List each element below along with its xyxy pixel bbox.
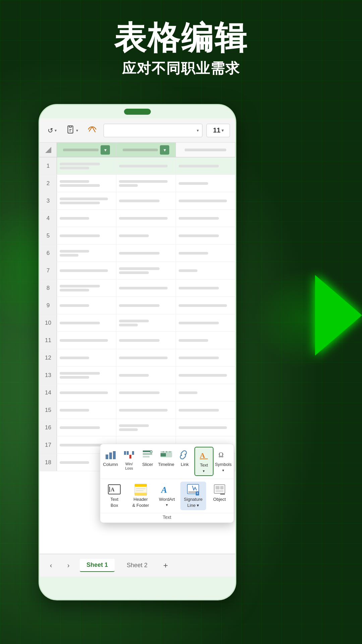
popup-bottom-row: A Text Box	[100, 479, 234, 513]
data-cell[interactable]	[116, 349, 176, 366]
popup-item-symbols[interactable]: Ω Symbols ▾	[214, 447, 232, 476]
undo-button[interactable]: ↺ ▾	[45, 124, 59, 137]
popup-item-object[interactable]: Object	[207, 482, 232, 510]
slicer-label: Slicer	[142, 462, 153, 467]
row-number: 9	[40, 297, 57, 314]
data-cell[interactable]	[176, 367, 235, 384]
popup-item-link[interactable]: Link	[176, 447, 193, 476]
data-cell[interactable]	[116, 419, 176, 436]
data-cell[interactable]	[116, 175, 176, 192]
data-cell[interactable]	[57, 245, 116, 262]
svg-text:A: A	[200, 451, 205, 460]
row-number: 8	[40, 279, 57, 297]
svg-rect-33	[196, 491, 199, 495]
add-sheet-button[interactable]: +	[160, 559, 172, 572]
popup-item-wordart[interactable]: A WordArt ▾	[154, 482, 180, 510]
data-cell[interactable]	[176, 227, 235, 244]
dropdown-btn-2[interactable]: ▾	[160, 145, 169, 155]
data-cell[interactable]	[57, 367, 116, 384]
table-row: 3	[40, 192, 235, 210]
data-cell[interactable]	[116, 332, 176, 349]
data-cell[interactable]	[176, 314, 235, 331]
paint-button[interactable]	[85, 123, 100, 138]
data-cell[interactable]	[57, 332, 116, 349]
nav-next-button[interactable]: ›	[62, 559, 74, 572]
font-size-button[interactable]: 11 ▾	[206, 124, 230, 137]
data-cell[interactable]	[176, 210, 235, 227]
popup-item-signature-line[interactable]: Signature Line ▾	[180, 482, 206, 510]
data-cell[interactable]	[176, 175, 235, 192]
data-cell[interactable]	[57, 157, 116, 174]
signature-line-label2: Line ▾	[187, 503, 199, 508]
popup-item-text[interactable]: A Text ▾	[194, 447, 214, 476]
win-loss-label: Win/Loss	[125, 462, 133, 471]
data-cell[interactable]	[176, 349, 235, 366]
dropdown-btn-1[interactable]: ▾	[101, 145, 110, 155]
popup-item-timeline[interactable]: Timeline	[157, 447, 175, 476]
data-cell[interactable]	[176, 157, 235, 174]
nav-prev-button[interactable]: ‹	[45, 559, 57, 572]
data-cell[interactable]	[116, 192, 176, 209]
data-cell[interactable]	[57, 349, 116, 366]
data-cell[interactable]	[57, 227, 116, 244]
column-icon	[104, 449, 118, 461]
data-cell[interactable]	[176, 245, 235, 262]
signature-line-icon	[186, 484, 200, 496]
slicer-icon	[140, 449, 155, 461]
data-cell[interactable]	[57, 175, 116, 192]
data-cell[interactable]	[57, 192, 116, 209]
sheet-tab-1[interactable]: Sheet 1	[80, 559, 115, 572]
header-footer-label2: & Footer	[132, 503, 149, 508]
data-cell[interactable]	[116, 367, 176, 384]
data-cell[interactable]	[116, 401, 176, 419]
data-cell[interactable]	[116, 227, 176, 244]
svg-text:Ω: Ω	[219, 451, 224, 459]
data-cell[interactable]	[57, 314, 116, 331]
data-cell[interactable]	[176, 332, 235, 349]
data-cell[interactable]	[116, 245, 176, 262]
data-cell[interactable]	[57, 262, 116, 279]
text-icon: A	[197, 449, 211, 462]
popup-item-win-loss[interactable]: Win/Loss	[120, 447, 138, 476]
svg-rect-29	[135, 493, 147, 495]
data-cell[interactable]	[57, 401, 116, 419]
data-cell[interactable]	[57, 210, 116, 227]
table-row: 1	[40, 157, 235, 175]
data-cell[interactable]	[57, 297, 116, 314]
data-cell[interactable]	[176, 419, 235, 436]
text-box-label: Text	[110, 497, 118, 502]
popup-item-text-box[interactable]: A Text Box	[102, 482, 127, 510]
data-cell[interactable]	[116, 297, 176, 314]
text-box-icon: A	[107, 484, 121, 496]
popup-item-column[interactable]: Column	[102, 447, 119, 476]
popup-item-slicer[interactable]: Slicer	[139, 447, 157, 476]
data-cell[interactable]	[176, 279, 235, 297]
svg-rect-39	[216, 490, 224, 492]
wordart-icon: A	[160, 484, 174, 496]
sheet-tab-2[interactable]: Sheet 2	[120, 559, 154, 572]
data-cell[interactable]	[116, 314, 176, 331]
data-cell[interactable]	[176, 192, 235, 209]
data-cell[interactable]	[116, 210, 176, 227]
row-number: 16	[40, 419, 57, 436]
data-cell[interactable]	[176, 384, 235, 401]
data-cell[interactable]	[116, 384, 176, 401]
table-row: 6	[40, 245, 235, 262]
row-number: 11	[40, 332, 57, 349]
data-cell[interactable]	[176, 401, 235, 419]
data-cell[interactable]	[57, 279, 116, 297]
font-dropdown[interactable]: ▾	[104, 124, 202, 137]
popup-item-header-footer[interactable]: Header & Footer	[128, 482, 153, 510]
arrow-decoration	[315, 275, 362, 356]
data-cell[interactable]	[116, 157, 176, 174]
clipboard-button[interactable]: ▾	[63, 123, 81, 138]
data-cell[interactable]	[176, 262, 235, 279]
signature-line-label: Signature	[184, 497, 203, 502]
data-cell[interactable]	[116, 279, 176, 297]
data-cell[interactable]	[57, 384, 116, 401]
data-cell[interactable]	[116, 262, 176, 279]
link-icon	[178, 449, 192, 461]
data-cell[interactable]	[176, 297, 235, 314]
header-footer-icon	[134, 484, 148, 496]
data-cell[interactable]	[57, 419, 116, 436]
